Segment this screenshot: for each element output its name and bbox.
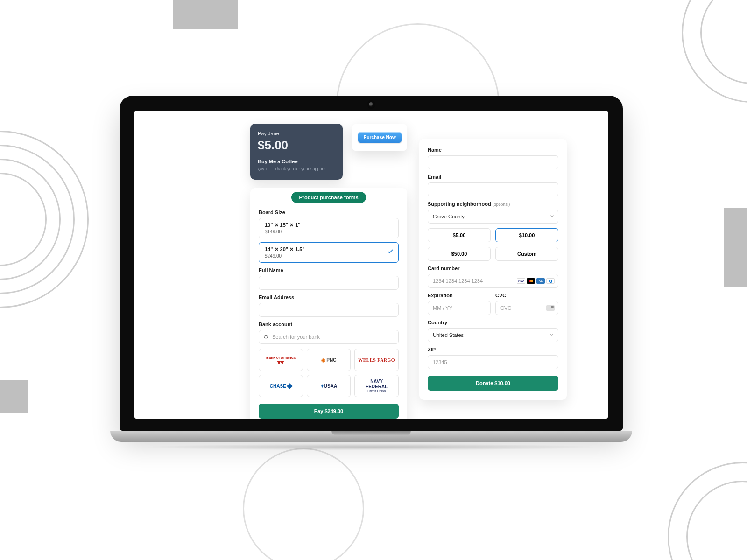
bank-option-usaa[interactable]: ✦USAA: [307, 375, 351, 397]
neighborhood-select[interactable]: [428, 210, 558, 224]
product-form-card: Product purchase forms Board Size 10" ✕ …: [250, 188, 407, 419]
email-label: Email Address: [259, 294, 399, 300]
donate-email-input[interactable]: [428, 182, 558, 196]
pay-button[interactable]: Pay $249.00: [259, 404, 399, 419]
board-size-label: Board Size: [259, 210, 399, 215]
purchase-now-card: Purchase Now: [352, 124, 407, 151]
bank-option-boa[interactable]: Bank of America▾▾: [259, 349, 303, 371]
amount-option-10[interactable]: $10.00: [495, 228, 558, 242]
donate-button[interactable]: Donate $10.00: [428, 376, 558, 391]
bg-circle: [243, 448, 364, 560]
full-name-label: Full Name: [259, 267, 399, 273]
board-option-0[interactable]: 10" ✕ 15" ✕ 1" $149.00: [259, 218, 399, 238]
zip-label: ZIP: [428, 347, 558, 352]
card-number-label: Card number: [428, 266, 558, 271]
cvc-card-icon: [546, 305, 555, 311]
cvc-label: CVC: [495, 293, 558, 298]
check-icon: [387, 248, 394, 257]
bank-grid: Bank of America▾▾ ◉ PNC WELLS FARGO CHAS…: [259, 349, 399, 397]
expiration-label: Expiration: [428, 293, 491, 298]
laptop-shadow: [142, 444, 600, 450]
mastercard-icon: [527, 278, 535, 284]
amount-option-50[interactable]: $50.00: [428, 247, 491, 261]
amount-option-custom[interactable]: Custom: [495, 247, 558, 261]
laptop-base: [110, 431, 632, 442]
tip-heading: Pay Jane: [258, 130, 335, 137]
tip-note: Qty 1 — Thank you for your support!: [258, 167, 335, 172]
bank-option-wells[interactable]: WELLS FARGO: [354, 349, 399, 371]
laptop-screen: Pay Jane $5.00 Buy Me a Coffee Qty 1 — T…: [134, 111, 608, 419]
bg-rect: [724, 208, 747, 287]
bank-option-chase[interactable]: CHASE: [259, 375, 303, 397]
expiration-input[interactable]: [428, 301, 491, 315]
laptop-lid: Pay Jane $5.00 Buy Me a Coffee Qty 1 — T…: [120, 96, 623, 431]
board-option-1[interactable]: 14" ✕ 20" ✕ 1.5" $249.00: [259, 242, 399, 263]
amex-icon: AE: [536, 278, 545, 284]
bank-search: [259, 330, 399, 344]
country-select[interactable]: [428, 328, 558, 342]
tip-card: Pay Jane $5.00 Buy Me a Coffee Qty 1 — T…: [250, 124, 343, 180]
neighborhood-label: Supporting neighborhood (optional): [428, 201, 558, 207]
search-icon: [263, 334, 269, 340]
card-brand-icons: VISA AE: [517, 278, 555, 284]
donate-form-card: Name Email Supporting neighborhood (opti…: [419, 139, 567, 400]
bank-option-nfcu[interactable]: NAVYFEDERALCredit Union: [354, 375, 399, 397]
donate-name-input[interactable]: [428, 155, 558, 169]
tip-amount: $5.00: [258, 138, 335, 154]
bg-rect: [173, 0, 238, 29]
board-option-price: $149.00: [265, 229, 393, 234]
purchase-now-button[interactable]: Purchase Now: [358, 132, 402, 143]
svg-point-0: [264, 335, 268, 338]
discover-icon: [546, 278, 555, 284]
donate-email-label: Email: [428, 174, 558, 180]
laptop-mockup: Pay Jane $5.00 Buy Me a Coffee Qty 1 — T…: [110, 96, 632, 450]
amount-option-5[interactable]: $5.00: [428, 228, 491, 242]
bank-search-input[interactable]: [259, 330, 399, 344]
camera-icon: [369, 102, 374, 107]
zip-input[interactable]: [428, 355, 558, 369]
board-option-title: 10" ✕ 15" ✕ 1": [265, 222, 393, 228]
board-option-price: $249.00: [265, 253, 393, 259]
country-label: Country: [428, 320, 558, 325]
full-name-input[interactable]: [259, 276, 399, 290]
svg-line-1: [267, 338, 268, 339]
visa-icon: VISA: [517, 278, 525, 284]
product-form-pill: Product purchase forms: [291, 192, 366, 203]
donate-name-label: Name: [428, 147, 558, 153]
bg-rect: [0, 380, 28, 413]
bank-option-pnc[interactable]: ◉ PNC: [307, 349, 351, 371]
tip-item: Buy Me a Coffee: [258, 158, 335, 165]
email-input[interactable]: [259, 303, 399, 317]
app-canvas: Pay Jane $5.00 Buy Me a Coffee Qty 1 — T…: [176, 111, 567, 419]
board-option-title: 14" ✕ 20" ✕ 1.5": [265, 246, 393, 252]
bank-account-label: Bank account: [259, 322, 399, 327]
